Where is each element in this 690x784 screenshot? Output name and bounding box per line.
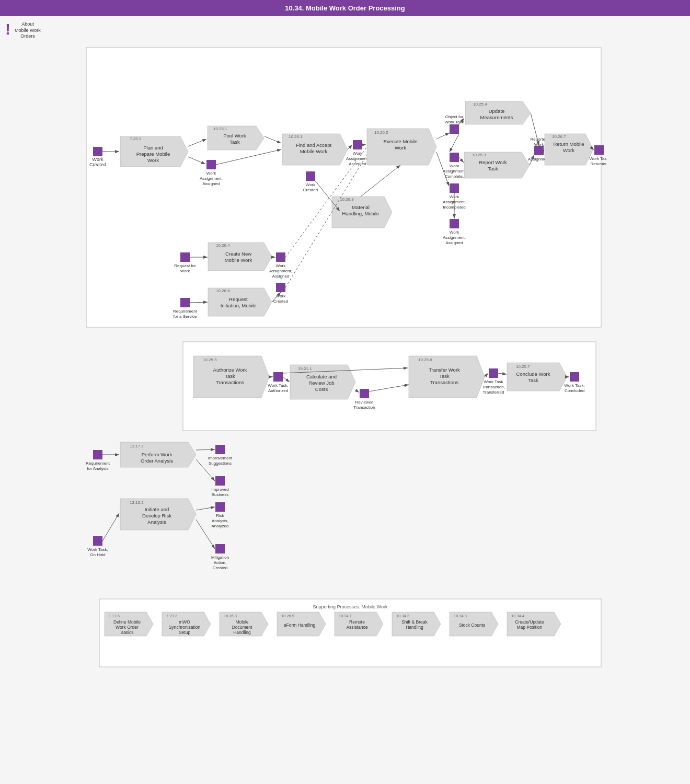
svg-text:Work: Work <box>450 164 460 168</box>
svg-text:Work: Work <box>534 142 545 147</box>
svg-text:Risk: Risk <box>216 513 225 518</box>
svg-text:Transaction: Transaction <box>353 405 375 410</box>
svg-text:Request: Request <box>229 296 248 302</box>
svg-rect-41 <box>450 124 459 134</box>
svg-text:Work: Work <box>180 269 191 273</box>
svg-text:Created: Created <box>273 299 288 304</box>
svg-text:Request for: Request for <box>174 263 196 268</box>
svg-text:Analysis: Analysis <box>147 519 166 525</box>
svg-text:Return Mobile: Return Mobile <box>553 141 584 147</box>
svg-text:Work: Work <box>563 147 574 153</box>
svg-rect-80 <box>594 145 604 155</box>
svg-rect-188 <box>215 544 225 554</box>
svg-text:Created: Created <box>303 188 318 192</box>
svg-text:Accepted: Accepted <box>349 162 366 166</box>
svg-text:Task: Task <box>225 373 235 379</box>
svg-text:Synchronization: Synchronization <box>169 625 201 630</box>
svg-rect-123 <box>273 372 283 382</box>
svg-rect-183 <box>215 502 225 512</box>
svg-text:Work: Work <box>353 151 363 156</box>
main-diagram: Work Created 7.23.1 Plan and Prepare Mob… <box>84 45 606 784</box>
svg-text:Work Task,: Work Task, <box>87 547 108 552</box>
svg-rect-50 <box>450 153 459 162</box>
svg-text:Review Job: Review Job <box>308 380 334 386</box>
svg-text:10.34.3: 10.34.3 <box>454 614 467 618</box>
svg-rect-2 <box>93 147 102 156</box>
svg-rect-170 <box>215 476 225 486</box>
svg-text:Object for: Object for <box>445 114 464 119</box>
svg-line-187 <box>196 507 215 510</box>
svg-text:Handling, Mobile: Handling, Mobile <box>342 211 380 216</box>
svg-text:Work: Work <box>147 157 159 163</box>
svg-text:10.34.4: 10.34.4 <box>511 614 524 618</box>
svg-text:Transactions: Transactions <box>216 379 244 385</box>
svg-text:Assigned: Assigned <box>272 274 290 279</box>
svg-text:Reviewed: Reviewed <box>355 400 373 405</box>
svg-text:Pool Work: Pool Work <box>223 133 246 139</box>
svg-text:Improved: Improved <box>211 487 228 492</box>
svg-text:19.21.1: 19.21.1 <box>298 366 312 371</box>
svg-text:Created: Created <box>89 162 106 167</box>
svg-text:Measurements: Measurements <box>480 114 513 120</box>
svg-text:10.25.7: 10.25.7 <box>516 364 530 369</box>
svg-text:10.26.3: 10.26.3 <box>340 197 354 202</box>
svg-rect-32 <box>306 171 315 181</box>
svg-text:Mobile Work: Mobile Work <box>225 257 252 263</box>
svg-text:10.26.8: 10.26.8 <box>224 614 237 618</box>
svg-rect-69 <box>534 146 544 155</box>
svg-text:10.26.7: 10.26.7 <box>552 134 566 139</box>
svg-text:Work Task: Work Task <box>444 120 464 124</box>
svg-text:10.34.2: 10.34.2 <box>396 614 409 618</box>
svg-text:10.25.3: 10.25.3 <box>472 153 486 157</box>
svg-text:Task: Task <box>488 166 498 171</box>
svg-text:Created: Created <box>213 566 227 570</box>
svg-rect-174 <box>93 536 102 546</box>
svg-text:Calculate and: Calculate and <box>306 374 337 379</box>
svg-text:7.23.2: 7.23.2 <box>166 614 177 618</box>
svg-text:Update: Update <box>489 108 505 114</box>
svg-text:Initiate and: Initiate and <box>145 506 169 512</box>
svg-rect-166 <box>215 445 225 454</box>
svg-text:10.25.6: 10.25.6 <box>418 358 432 362</box>
svg-text:1.17.6: 1.17.6 <box>109 614 120 618</box>
svg-text:Work: Work <box>395 145 406 151</box>
svg-text:Transaction,: Transaction, <box>482 385 505 389</box>
svg-text:Define Mobile: Define Mobile <box>113 619 141 625</box>
svg-text:Improvement: Improvement <box>208 456 233 460</box>
svg-text:Assigned: Assigned <box>446 240 463 245</box>
page-header: 10.34. Mobile Work Order Processing <box>0 0 690 16</box>
svg-text:Transfer Work: Transfer Work <box>429 367 460 373</box>
svg-text:Task: Task <box>439 373 450 379</box>
svg-text:Develop Risk: Develop Risk <box>142 513 171 518</box>
svg-text:Requirement: Requirement <box>173 309 198 314</box>
svg-text:Initiation, Mobile: Initiation, Mobile <box>221 303 257 308</box>
svg-text:Basics: Basics <box>120 630 133 635</box>
svg-rect-94 <box>180 252 190 262</box>
svg-rect-27 <box>353 140 362 149</box>
svg-text:Action,: Action, <box>214 560 226 565</box>
svg-text:Requirement: Requirement <box>86 461 110 466</box>
svg-text:Prepare Mobile: Prepare Mobile <box>136 151 170 157</box>
svg-text:mWO: mWO <box>179 619 190 625</box>
svg-text:Mobile Work: Mobile Work <box>300 148 328 154</box>
svg-text:10.26.4: 10.26.4 <box>216 243 230 248</box>
svg-text:Shift & Break: Shift & Break <box>401 619 428 625</box>
svg-text:Suggestions: Suggestions <box>209 461 232 466</box>
svg-text:Setup: Setup <box>179 630 190 635</box>
svg-text:Analysis,: Analysis, <box>212 518 228 523</box>
svg-text:Transferred: Transferred <box>482 390 504 395</box>
svg-text:Find and Accept: Find and Accept <box>296 142 331 148</box>
svg-text:Document: Document <box>232 625 252 630</box>
svg-text:Report Work: Report Work <box>479 159 507 165</box>
svg-text:10.26.1: 10.26.1 <box>213 126 227 131</box>
svg-text:10.34.1: 10.34.1 <box>339 614 352 618</box>
svg-text:Task: Task <box>229 139 240 145</box>
svg-text:Material: Material <box>352 204 370 210</box>
svg-rect-59 <box>450 183 459 193</box>
svg-text:7.23.1: 7.23.1 <box>130 136 142 141</box>
svg-text:Concluded: Concluded <box>565 388 584 393</box>
svg-text:Supporting Processes: Mobile W: Supporting Processes: Mobile Work <box>313 604 388 609</box>
svg-rect-154 <box>570 372 579 382</box>
svg-line-83 <box>593 149 594 150</box>
svg-text:Assignment,: Assignment, <box>346 156 369 161</box>
